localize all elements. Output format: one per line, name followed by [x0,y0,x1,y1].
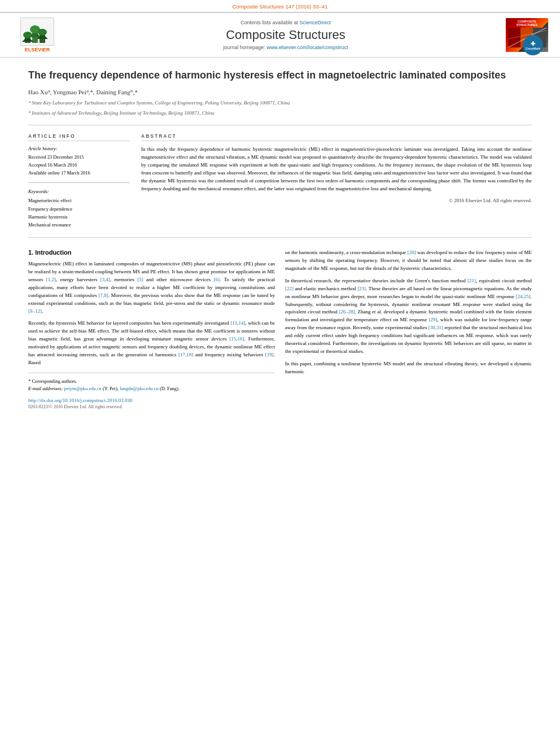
intro-paragraph-5: In this paper, combining a nonlinear hys… [285,360,532,376]
author-list: Hao Xuᵃ, Yongmao Peiᵃ,*, Daining Fangᵇ,* [28,89,532,96]
corresponding-note: * Corresponding authors. [28,378,275,385]
contents-text: Contents lists available at [240,20,298,25]
section1-title: 1. Introduction [28,249,275,256]
keywords-label: Keywords: [28,189,130,194]
ref-19[interactable]: [19] [265,352,274,357]
svg-point-8 [38,29,47,36]
journal-title: Composite Structures [71,28,500,42]
crossmark-badge[interactable]: ✚ CrossMark [523,35,543,55]
sciencedirect-link[interactable]: ScienceDirect [300,20,331,25]
intro-paragraph-2: Recently, the hysteresis ME behavior for… [28,320,275,367]
authors-text: Hao Xuᵃ, Yongmao Peiᵃ,*, Daining Fangᵇ,* [28,89,138,95]
homepage-link[interactable]: www.elsevier.com/locate/compstruct [266,45,348,50]
ref-20[interactable]: [20] [408,250,416,255]
journal-header-center: Contents lists available at ScienceDirec… [71,20,500,50]
issn-line: 0263-8223/© 2016 Elsevier Ltd. All right… [28,404,123,409]
svg-point-6 [23,32,32,38]
sciencedirect-line: Contents lists available at ScienceDirec… [71,20,500,25]
abstract-panel: ABSTRACT In this study the frequency dep… [141,133,532,229]
citation-text: Composite Structures 147 (2016) 33–41 [233,3,328,10]
doi-link[interactable]: http://dx.doi.org/10.1016/j.compstruct.2… [28,397,133,403]
ref-1-2[interactable]: [1,2] [46,277,56,282]
abstract-heading: ABSTRACT [141,133,532,141]
affiliation-b: ᵇ Institutes of Advanced Technology, Bei… [28,110,532,117]
ref-9-12[interactable]: [9–12] [28,308,42,314]
ref-24-25[interactable]: [24,25] [516,294,531,299]
history-label: Article history: [28,146,130,151]
keyword-2: Frequency dependence [28,205,130,213]
intro-paragraph-4: In theoretical research, the representat… [285,277,532,356]
ref-17-18[interactable]: [17,18] [178,352,193,357]
abstract-text: In this study the frequency dependence o… [141,146,532,193]
article-info-abstract-section: ARTICLE INFO Article history: Received 2… [28,125,532,238]
ref-7-8[interactable]: [7,8] [99,292,108,298]
ref-23[interactable]: [23] [357,286,366,291]
intro-paragraph-3: on the harmonic nonlinearity, a cross-mo… [285,249,532,273]
article-history: Article history: Received 23 December 20… [28,146,130,177]
email-pei[interactable]: peiym@pku.edu.cn [64,386,101,391]
ref-6[interactable]: [6] [214,277,220,282]
elsevier-tree-image [20,18,54,46]
keyword-1: Magnetoelectric effect [28,196,130,204]
received-date: Received 23 December 2015 [28,154,130,161]
keyword-4: Mechanical resonance [28,221,130,229]
ref-29[interactable]: [29] [429,317,438,322]
composite-logo-label: COMPOSITESTRUCTURES [517,20,538,27]
ref-13-14[interactable]: [13,14] [230,320,245,326]
email-fang[interactable]: fangdn@pku.edu.cn [120,386,159,391]
keywords-section: Keywords: Magnetoelectric effect Frequen… [28,189,130,229]
elsevier-brand-text: ELSEVIER [25,47,50,53]
left-column: 1. Introduction Magnetoelectric (ME) eff… [28,249,275,409]
article-content: ✚ CrossMark The frequency dependence of … [0,58,560,421]
accepted-date: Accepted 16 March 2016 [28,161,130,169]
main-body: 1. Introduction Magnetoelectric (ME) eff… [28,238,532,421]
journal-header: ELSEVIER Contents lists available at Sci… [0,12,560,58]
copyright-line: © 2016 Elsevier Ltd. All rights reserved… [141,198,532,203]
keyword-3: Harmonic hysteresis [28,213,130,221]
right-column: on the harmonic nonlinearity, a cross-mo… [285,249,532,409]
ref-26-28[interactable]: [26–28] [339,309,355,314]
homepage-label: journal homepage: [223,45,265,50]
article-info-panel: ARTICLE INFO Article history: Received 2… [28,133,130,229]
article-title: The frequency dependence of harmonic hys… [28,69,532,82]
ref-22[interactable]: [22] [285,286,294,291]
journal-homepage: journal homepage: www.elsevier.com/locat… [71,45,500,50]
elsevier-logo-area: ELSEVIER [9,18,65,53]
intro-paragraph-1: Magnetoelectric (ME) effect in laminated… [28,260,275,316]
article-info-heading: ARTICLE INFO [28,133,130,141]
available-date: Available online 17 March 2016 [28,169,130,177]
journal-citation: Composite Structures 147 (2016) 33–41 [0,0,560,12]
ref-15-16[interactable]: [15,16] [229,336,244,342]
email-note: E-mail addresses: peiym@pku.edu.cn (Y. P… [28,385,275,392]
ref-5[interactable]: [5] [137,277,143,282]
footnote-section: * Corresponding authors. E-mail addresse… [28,373,275,392]
ref-3-4[interactable]: [3,4] [100,277,110,282]
article-title-section: ✚ CrossMark The frequency dependence of … [28,58,532,125]
affiliation-a: ᵃ State Key Laboratory for Turbulence an… [28,99,532,107]
ref-21[interactable]: [21] [467,278,476,283]
ref-30-31[interactable]: [30,31] [428,325,443,330]
keywords-list: Magnetoelectric effect Frequency depende… [28,196,130,229]
